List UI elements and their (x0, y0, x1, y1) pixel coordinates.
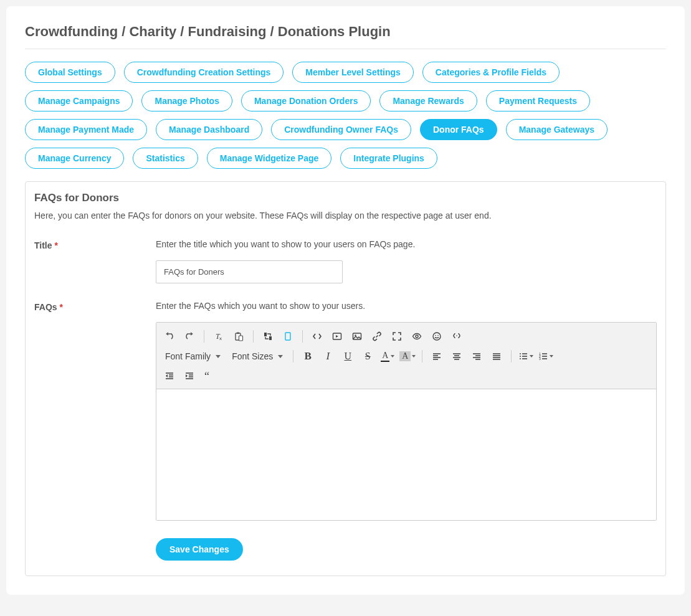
underline-icon[interactable]: U (338, 348, 357, 365)
tab-integrate-plugins[interactable]: Integrate Plugins (340, 148, 437, 169)
svg-point-17 (520, 356, 521, 357)
toolbar-separator (253, 330, 254, 343)
tab-manage-gateways[interactable]: Manage Gateways (506, 119, 608, 140)
svg-rect-3 (237, 333, 239, 334)
align-left-icon[interactable] (427, 348, 446, 365)
svg-point-13 (435, 335, 436, 336)
tab-manage-dashboard[interactable]: Manage Dashboard (156, 119, 262, 140)
emoji-icon[interactable] (427, 328, 446, 345)
svg-rect-6 (269, 336, 272, 340)
form-panel: FAQs for Donors Here, you can enter the … (25, 181, 666, 576)
toolbar-separator (204, 330, 204, 343)
tab-manage-payment-made[interactable]: Manage Payment Made (25, 119, 147, 140)
title-separator (25, 49, 666, 49)
toolbar-separator (293, 350, 293, 362)
tab-crowdfunding-creation-settings[interactable]: Crowdfunding Creation Settings (124, 62, 284, 83)
insert-image-icon[interactable] (348, 328, 366, 345)
redo-icon[interactable] (180, 328, 199, 345)
editor-toolbar: Tx (156, 323, 656, 389)
find-replace-icon[interactable] (259, 328, 277, 345)
source-code-icon[interactable] (308, 328, 326, 345)
title-input[interactable] (156, 260, 343, 283)
tab-statistics[interactable]: Statistics (133, 148, 198, 169)
title-field-col: Enter the title which you want to show t… (156, 239, 657, 283)
tab-manage-rewards[interactable]: Manage Rewards (379, 90, 477, 111)
form-row-submit: Save Changes (34, 538, 657, 561)
rich-text-editor: Tx (156, 322, 657, 521)
save-button[interactable]: Save Changes (156, 538, 243, 561)
tab-manage-photos[interactable]: Manage Photos (141, 90, 232, 111)
faqs-label: FAQs * (34, 301, 156, 312)
numbered-list-icon[interactable]: 123 (536, 348, 555, 365)
svg-point-15 (456, 335, 457, 336)
faqs-field-col: Enter the FAQs which you want to show to… (156, 301, 657, 521)
align-center-icon[interactable] (447, 348, 466, 365)
svg-point-18 (520, 358, 521, 359)
bullet-list-icon[interactable] (517, 348, 535, 365)
clear-format-icon[interactable]: Tx (209, 328, 228, 345)
svg-rect-7 (285, 333, 290, 340)
form-row-faqs: FAQs * Enter the FAQs which you want to … (34, 301, 657, 521)
tab-payment-requests[interactable]: Payment Requests (486, 90, 590, 111)
new-document-icon[interactable] (279, 328, 297, 345)
tab-member-level-settings[interactable]: Member Level Settings (292, 62, 414, 83)
paste-icon[interactable] (229, 328, 248, 345)
admin-card: Crowdfunding / Charity / Fundraising / D… (6, 6, 685, 595)
form-row-title: Title * Enter the title which you want t… (34, 239, 657, 283)
required-asterisk: * (54, 240, 57, 250)
fullscreen-icon[interactable] (388, 328, 406, 345)
svg-point-14 (437, 335, 439, 336)
tab-categories-profile-fields[interactable]: Categories & Profile Fields (422, 62, 560, 83)
faqs-label-text: FAQs (34, 302, 57, 312)
align-justify-icon[interactable] (487, 348, 506, 365)
text-color-icon[interactable]: A (378, 348, 397, 365)
svg-point-10 (355, 334, 356, 336)
insert-media-icon[interactable] (328, 328, 346, 345)
outdent-icon[interactable] (160, 367, 179, 385)
editor-body[interactable] (156, 389, 656, 520)
toolbar-separator (302, 330, 303, 343)
align-right-icon[interactable] (467, 348, 486, 365)
svg-marker-22 (166, 374, 168, 377)
template-icon[interactable] (447, 328, 466, 345)
font-sizes-dropdown[interactable]: Font Sizes (227, 349, 288, 364)
toolbar-row-3: “ (160, 366, 652, 386)
svg-point-12 (433, 333, 441, 340)
title-label-text: Title (34, 240, 52, 250)
svg-rect-5 (264, 333, 267, 336)
font-sizes-label: Font Sizes (232, 351, 273, 361)
italic-icon[interactable]: I (318, 348, 337, 365)
toolbar-separator (422, 350, 422, 362)
page-title: Crowdfunding / Charity / Fundraising / D… (25, 24, 666, 40)
undo-icon[interactable] (160, 328, 179, 345)
toolbar-separator (511, 350, 512, 362)
preview-icon[interactable] (407, 328, 426, 345)
tab-manage-campaigns[interactable]: Manage Campaigns (25, 90, 133, 111)
required-asterisk: * (59, 302, 62, 312)
tab-row: Global SettingsCrowdfunding Creation Set… (25, 62, 666, 169)
toolbar-row-1: Tx (160, 326, 652, 346)
link-icon[interactable] (368, 328, 386, 345)
blockquote-icon[interactable]: “ (200, 367, 219, 385)
svg-text:x: x (219, 336, 222, 341)
tab-donor-faqs[interactable]: Donor FAQs (420, 119, 497, 140)
font-family-dropdown[interactable]: Font Family (160, 349, 226, 364)
svg-text:3: 3 (539, 357, 541, 361)
title-label: Title * (34, 239, 156, 250)
form-description: Here, you can enter the FAQs for donors … (34, 211, 657, 220)
toolbar-row-2: Font Family Font Sizes B I U S A A (160, 346, 652, 366)
tab-manage-donation-orders[interactable]: Manage Donation Orders (241, 90, 371, 111)
tab-global-settings[interactable]: Global Settings (25, 62, 115, 83)
title-hint: Enter the title which you want to show t… (156, 239, 657, 249)
background-color-icon[interactable]: A (398, 348, 417, 365)
svg-marker-23 (186, 374, 188, 377)
tab-manage-widgetize-page[interactable]: Manage Widgetize Page (207, 148, 332, 169)
bold-icon[interactable]: B (298, 348, 317, 365)
strikethrough-icon[interactable]: S (358, 348, 377, 365)
svg-text:“: “ (204, 371, 209, 381)
svg-point-11 (416, 335, 418, 338)
tab-crowdfunding-owner-faqs[interactable]: Crowdfunding Owner FAQs (271, 119, 411, 140)
faqs-hint: Enter the FAQs which you want to show to… (156, 301, 657, 311)
indent-icon[interactable] (180, 367, 199, 385)
tab-manage-currency[interactable]: Manage Currency (25, 148, 124, 169)
